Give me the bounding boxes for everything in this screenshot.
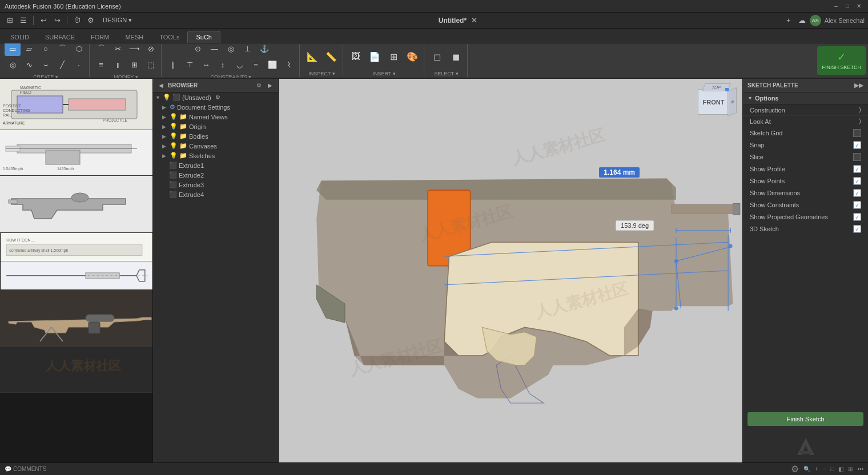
canvas-area[interactable]: 人人素材社区 人人素材社区 人人素材社区 人人素材社区 [279,79,742,462]
rectangle-tool[interactable]: ▭ [5,43,21,56]
show-profile-row[interactable]: Show Profile ✓ [743,163,868,175]
browser-bodies[interactable]: ▶ 💡 📁 Bodies [153,131,278,141]
tab-surface[interactable]: SURFACE [37,31,83,43]
comments-button[interactable]: 💬 COMMENTS [5,466,46,472]
show-dimensions-checkbox[interactable]: ✓ [853,189,861,197]
trim-tool[interactable]: ✂ [110,43,126,56]
cloud-icon[interactable]: ☁ [796,14,809,27]
right-face-button[interactable]: R [728,87,737,116]
fixed-constraint[interactable]: ⚓ [256,43,272,56]
fillet-tool[interactable]: ⌒ [93,43,109,56]
browser-named-views[interactable]: ▶ 💡 📁 Named Views [153,112,278,122]
horizontal-constraint[interactable]: ↔ [198,57,214,72]
coincident-constraint[interactable]: ⊙ [190,43,206,56]
insert-table-tool[interactable]: ⊞ [384,45,403,69]
view-split-button[interactable]: ◧ [838,466,843,472]
insert-dxf-tool[interactable]: 📄 [365,45,384,69]
gear-icon[interactable]: ⚙ [215,94,220,100]
collinear-constraint[interactable]: — [207,43,223,56]
settings-icon[interactable]: ⚙ [85,14,97,27]
grid-view-button[interactable]: ⊞ [848,466,853,472]
show-dimensions-row[interactable]: Show Dimensions ✓ [743,187,868,199]
ellipse-tool[interactable]: ◎ [5,57,21,72]
show-profile-checkbox[interactable]: ✓ [853,165,861,173]
show-projected-row[interactable]: Show Projected Geometries ✓ [743,211,868,223]
slice-row[interactable]: Slice [743,151,868,163]
measure-tool[interactable]: 📐 [303,45,322,69]
parallel-constraint[interactable]: ∥ [165,57,181,72]
equal-constraint[interactable]: = [248,57,264,72]
options-section-header[interactable]: ▼ Options [743,92,868,104]
concentric-constraint[interactable]: ◎ [223,43,239,56]
browser-extrude2[interactable]: ⬛ Extrude2 [153,170,278,180]
3d-sketch-row[interactable]: 3D Sketch ✓ [743,223,868,235]
new-tab-icon[interactable]: + [782,14,795,27]
redo-icon[interactable]: ↪ [51,14,63,27]
browser-collapse-icon[interactable]: ◀ [156,81,166,90]
finish-sketch-button[interactable]: ✓ FINISH SKETCH [817,46,866,75]
show-projected-checkbox[interactable]: ✓ [853,213,861,221]
look-at-arrow[interactable]: ⟩ [859,118,861,125]
doc-close-icon[interactable]: ✕ [468,14,480,27]
browser-sketches[interactable]: ▶ 💡 📁 Sketches [153,151,278,160]
project-tool[interactable]: ⬚ [143,57,159,72]
tangent-constraint[interactable]: ◡ [231,57,247,72]
sketch-viewport[interactable] [279,79,742,462]
sketch-grid-checkbox[interactable] [853,129,861,137]
spline-tool[interactable]: ∿ [21,57,37,72]
construction-arrow[interactable]: ⟩ [859,106,861,114]
3d-sketch-checkbox[interactable]: ✓ [853,225,861,233]
gallery-image-2[interactable]: 1.5435mph 1435mph [0,130,152,176]
conic-curve-tool[interactable]: ⌣ [38,57,54,72]
insert-image-tool[interactable]: 🖼 [347,45,365,69]
show-points-row[interactable]: Show Points ✓ [743,175,868,187]
slot-tool[interactable]: ▱ [21,43,37,56]
symmetric-constraint[interactable]: ⬜ [264,57,280,72]
maximize-button[interactable]: □ [843,2,852,11]
line-tool[interactable]: ╱ [54,57,70,72]
gallery-image-5[interactable] [0,290,152,347]
point-tool[interactable]: · [71,57,87,72]
circle-tool[interactable]: ○ [38,43,54,56]
tab-form[interactable]: FORM [83,31,117,43]
pattern-tool[interactable]: ⊞ [126,57,142,72]
zoom-in-button[interactable]: + [815,466,818,472]
snap-checkbox[interactable]: ✓ [853,141,861,149]
view-single-button[interactable]: □ [830,466,834,472]
browser-origin[interactable]: ▶ 💡 📁 Origin [153,122,278,131]
browser-expand-icon[interactable]: ▶ [266,81,275,90]
polygon-tool[interactable]: ⬡ [71,43,87,56]
app-grid-icon[interactable]: ⊞ [3,14,16,27]
palette-expand-icon[interactable]: ▶▶ [854,82,863,89]
browser-root-item[interactable]: ▼ 💡 ⬛ (Unsaved) ⚙ [153,92,278,102]
browser-extrude4[interactable]: ⬛ Extrude4 [153,190,278,199]
design-menu[interactable]: DESIGN ▾ [98,15,136,26]
zoom-out-button[interactable]: − [823,466,826,472]
select-window-tool[interactable]: ◼ [447,45,465,69]
sketch-grid-row[interactable]: Sketch Grid [743,127,868,139]
tab-tools[interactable]: TOOLs [151,31,187,43]
front-face-button[interactable]: FRONT [698,89,729,115]
perpendicular-constraint[interactable]: ⊤ [182,57,198,72]
browser-extrude1[interactable]: ⬛ Extrude1 [153,160,278,170]
minimize-button[interactable]: – [831,2,841,11]
tab-solid[interactable]: SOLID [2,31,37,43]
history-icon[interactable]: ⏱ [71,14,83,27]
browser-settings-icon[interactable]: ⚙ [254,81,263,90]
arc-tool[interactable]: ⌒ [54,43,70,56]
snap-row[interactable]: Snap ✓ [743,139,868,151]
insert-svg-tool[interactable]: 🎨 [403,45,421,69]
browser-extrude3[interactable]: ⬛ Extrude3 [153,180,278,190]
browser-doc-settings[interactable]: ▶ ⚙ Document Settings [153,102,278,112]
tab-sketch[interactable]: SuCh [187,31,220,43]
zoom-fit-button[interactable]: 🔍 [803,466,810,472]
vertical-constraint[interactable]: ↕ [215,57,231,72]
mirror-tool[interactable]: ⫿ [110,57,126,72]
extend-tool[interactable]: ⟶ [126,43,142,56]
break-tool[interactable]: ⊘ [143,43,159,56]
tab-mesh[interactable]: MESH [117,31,151,43]
select-tool[interactable]: ◻ [428,45,446,69]
view-cube-handle[interactable] [725,88,729,91]
gallery-image-1[interactable]: MAGNETIC FIELD POSITIVE CONDUCTING RAIL … [0,79,152,130]
menu-icon[interactable]: ☰ [17,14,30,27]
